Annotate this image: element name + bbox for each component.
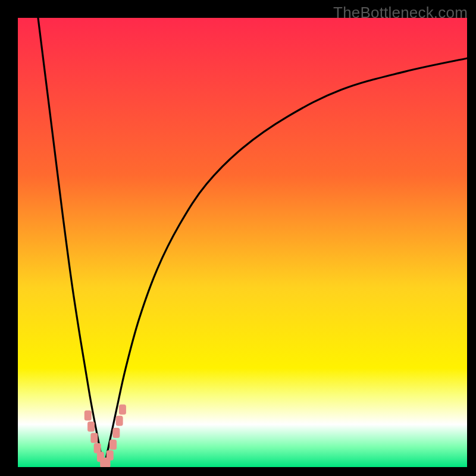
bottleneck-chart: TheBottleneck.com xyxy=(0,0,476,476)
data-marker xyxy=(112,428,120,438)
data-marker xyxy=(84,411,92,421)
data-marker xyxy=(87,422,95,432)
data-marker xyxy=(90,433,98,443)
data-marker xyxy=(107,450,114,461)
watermark-text: TheBottleneck.com xyxy=(333,4,468,22)
data-marker xyxy=(109,440,117,450)
gradient-background xyxy=(18,18,467,467)
plot-area xyxy=(18,18,467,467)
plot-svg xyxy=(18,18,467,467)
data-marker xyxy=(116,416,123,426)
data-marker xyxy=(119,405,126,415)
